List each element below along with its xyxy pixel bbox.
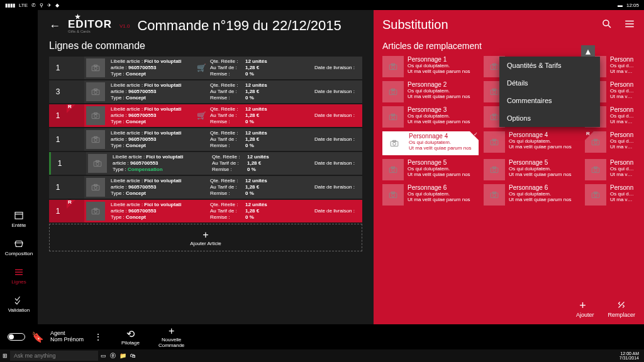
row-badge <box>67 176 84 199</box>
replacement-article-card[interactable]: RPersonnOs qui doluptatem.Ut ma velit qu… <box>585 131 635 155</box>
svg-point-62 <box>493 141 496 145</box>
svg-point-59 <box>393 143 396 146</box>
replacement-article-card[interactable]: Personnage 1Os qui doluptatem.Ut ma veli… <box>382 56 479 77</box>
sidebar-item-composition[interactable]: Composition <box>0 233 38 261</box>
replacement-article-card[interactable]: Personnage 3Os qui doluptatem.Ut ma veli… <box>382 106 479 128</box>
camera-icon[interactable] <box>88 154 107 173</box>
replacement-article-card[interactable]: Personnage 6Os qui doluptatem.Ut ma veli… <box>484 184 580 206</box>
replacement-article-card[interactable]: PersonnOs qui doluptatem.Ut ma velit qui… <box>585 159 635 180</box>
camera-icon <box>382 81 404 102</box>
svg-rect-0 <box>15 212 23 219</box>
cart-icon[interactable]: 🛒 <box>197 63 206 72</box>
toggle-switch[interactable] <box>8 333 25 341</box>
svg-point-44 <box>493 91 496 94</box>
order-line-row[interactable]: 1Libellé article : Fici to voluptatiarti… <box>49 57 362 79</box>
svg-rect-84 <box>594 192 597 193</box>
svg-rect-16 <box>94 136 97 138</box>
hamburger-icon[interactable] <box>624 18 635 32</box>
camera-icon <box>484 159 505 180</box>
back-button[interactable]: ← <box>49 19 60 33</box>
svg-point-9 <box>94 91 97 94</box>
explorer-icon[interactable]: 📁 <box>119 353 126 359</box>
camera-icon <box>384 133 405 154</box>
substitution-title: Substitution <box>382 18 448 32</box>
more-icon[interactable]: ⋮ <box>94 332 103 342</box>
order-line-row[interactable]: 1RLibellé article : Fici to voluptatiart… <box>49 200 362 222</box>
replacement-article-card[interactable]: Personnage 5Os qui doluptatem.Ut ma veli… <box>484 159 580 180</box>
camera-icon <box>382 56 404 77</box>
svg-rect-75 <box>594 167 597 168</box>
add-button[interactable]: + Ajouter <box>576 299 594 318</box>
camera-icon[interactable] <box>86 82 105 101</box>
dropdown-item[interactable]: Options <box>499 109 600 127</box>
order-line-row[interactable]: 1Libellé article : Fici to voluptatiarti… <box>49 152 362 175</box>
dropdown-item[interactable]: Quantités & Tarifs <box>499 57 600 74</box>
replacement-article-card[interactable]: Personnage 6Os qui doluptatem.Ut ma veli… <box>382 184 479 206</box>
replacement-article-card[interactable]: Personnage 4Os qui doluptatem.Ut ma veli… <box>382 131 479 155</box>
svg-point-15 <box>94 139 97 142</box>
replace-button[interactable]: Remplacer <box>608 299 635 318</box>
camera-icon <box>382 106 404 128</box>
sidebar-item-entete[interactable]: Entête <box>0 205 38 233</box>
dropdown-item[interactable]: Détails <box>499 74 600 92</box>
task-view-icon[interactable]: ▭ <box>101 353 106 359</box>
search-icon[interactable] <box>601 18 613 32</box>
camera-icon[interactable] <box>86 130 105 149</box>
bookmark-icon[interactable]: 🔖 <box>31 331 44 343</box>
edge-icon[interactable]: ⓔ <box>110 352 116 360</box>
svg-point-77 <box>392 194 395 197</box>
replacement-article-card[interactable]: PersonnOs qui doluptatem.Ut ma velit qui… <box>585 184 635 206</box>
new-order-button[interactable]: + Nouvelle Commande <box>158 326 184 348</box>
store-icon[interactable]: 🛍 <box>130 353 136 359</box>
svg-rect-19 <box>96 160 99 162</box>
dropdown-item[interactable]: Commentaires <box>499 92 600 109</box>
camera-icon[interactable] <box>86 178 105 197</box>
camera-icon[interactable] <box>86 202 105 221</box>
version-label: V1.0 <box>119 23 130 29</box>
order-line-row[interactable]: 1Libellé article : Fici to voluptatiarti… <box>49 128 362 151</box>
replacement-article-card[interactable]: Personnage 2Os qui doluptatem.Ut ma veli… <box>382 81 479 102</box>
pilotage-button[interactable]: ⟲ Pilotage <box>121 328 140 346</box>
camera-icon <box>382 159 404 180</box>
svg-rect-69 <box>392 167 395 168</box>
nav-sidebar: Entête Composition Lignes Validation <box>0 10 38 324</box>
svg-rect-60 <box>393 140 396 141</box>
svg-point-74 <box>594 169 597 172</box>
app-bottom-bar: 🔖 Agent Nom Prénom ⋮ ⟲ Pilotage + Nouvel… <box>0 324 644 349</box>
row-badge <box>69 152 86 175</box>
svg-rect-81 <box>493 192 496 193</box>
replacement-article-card[interactable]: Personnage 4Os qui doluptatem.Ut ma veli… <box>484 131 580 155</box>
row-badge <box>67 80 84 103</box>
location-icon: ◆ <box>55 3 59 8</box>
svg-point-32 <box>392 66 395 69</box>
row-number: 1 <box>49 57 67 79</box>
order-line-row[interactable]: 1Libellé article : Fici to voluptatiarti… <box>49 176 362 199</box>
camera-icon[interactable] <box>86 58 105 77</box>
camera-icon <box>484 184 505 206</box>
add-article-button[interactable]: +Ajouter Article <box>49 224 362 251</box>
row-number: 1 <box>49 128 67 151</box>
cart-icon[interactable]: 🛒 <box>197 111 206 120</box>
cortana-search[interactable]: Ask me anything <box>10 351 98 361</box>
svg-point-53 <box>493 116 496 119</box>
svg-point-21 <box>94 187 97 190</box>
order-line-row[interactable]: 1RLibellé article : Fici to voluptatiart… <box>49 104 362 127</box>
sidebar-item-validation[interactable]: Validation <box>0 290 38 318</box>
order-line-row[interactable]: 3Libellé article : Fici to voluptatiarti… <box>49 80 362 103</box>
phone-icon: ✆ <box>31 3 36 8</box>
dropdown-collapse-icon[interactable]: ▴ <box>581 45 595 57</box>
start-icon[interactable]: ⊞ <box>3 353 8 359</box>
signal-icon: ▮▮▮▮ <box>5 3 15 8</box>
svg-rect-10 <box>94 89 97 90</box>
svg-point-35 <box>493 66 496 69</box>
battery-icon: ▬ <box>618 3 623 8</box>
replacement-article-card[interactable]: Personnage 5Os qui doluptatem.Ut ma veli… <box>382 159 479 180</box>
svg-rect-25 <box>94 208 97 209</box>
order-lines-panel: ← ED★ITOR Gifts & Cards V1.0 Commande n°… <box>38 10 374 324</box>
camera-icon[interactable] <box>86 106 105 125</box>
svg-rect-63 <box>493 139 496 140</box>
svg-rect-42 <box>392 89 395 90</box>
sidebar-item-lignes[interactable]: Lignes <box>0 261 38 290</box>
row-number: 3 <box>49 80 67 103</box>
svg-rect-54 <box>493 114 496 115</box>
